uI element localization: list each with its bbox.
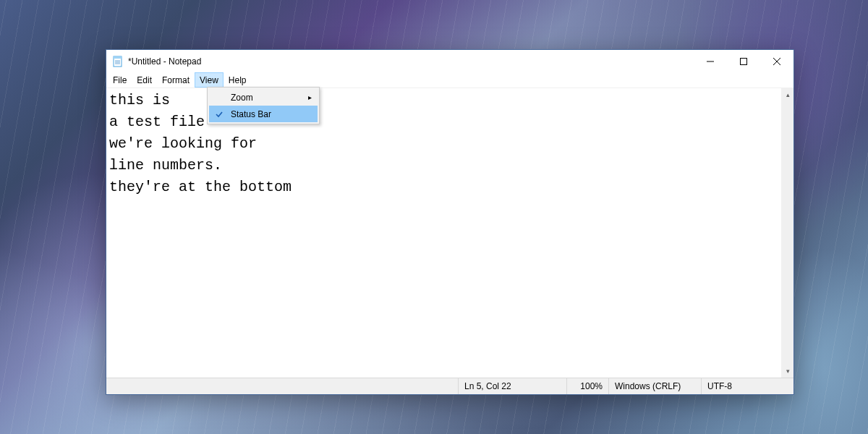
submenu-arrow-icon: ▸ — [308, 93, 312, 101]
checkmark-icon — [213, 109, 225, 120]
menu-format[interactable]: Format — [157, 72, 195, 88]
status-zoom: 100% — [566, 378, 608, 394]
menubar: File Edit Format View Help Zoom ▸ Status… — [106, 72, 793, 88]
window-title: *Untitled - Notepad — [128, 56, 201, 67]
view-dropdown: Zoom ▸ Status Bar — [207, 87, 320, 124]
view-zoom-label: Zoom — [231, 93, 253, 103]
view-zoom-item[interactable]: Zoom ▸ — [209, 89, 318, 106]
view-statusbar-label: Status Bar — [231, 109, 271, 119]
editor-area: this is a test file we're looking for li… — [106, 88, 793, 378]
maximize-button[interactable] — [727, 50, 760, 72]
status-encoding: UTF-8 — [701, 378, 793, 394]
view-statusbar-item[interactable]: Status Bar — [209, 106, 318, 122]
window-controls — [694, 50, 793, 72]
menu-help[interactable]: Help — [224, 72, 252, 88]
statusbar: Ln 5, Col 22 100% Windows (CRLF) UTF-8 — [106, 378, 793, 394]
status-line-col: Ln 5, Col 22 — [458, 378, 566, 394]
scroll-up-icon[interactable]: ▴ — [786, 88, 790, 101]
scroll-down-icon[interactable]: ▾ — [786, 365, 790, 378]
menu-edit[interactable]: Edit — [132, 72, 157, 88]
svg-rect-1 — [114, 56, 122, 59]
status-eol: Windows (CRLF) — [608, 378, 701, 394]
notepad-window: *Untitled - Notepad File Edit Format Vie… — [106, 49, 794, 395]
vertical-scrollbar[interactable]: ▴ ▾ — [781, 88, 793, 378]
menu-view[interactable]: View — [195, 72, 224, 88]
titlebar[interactable]: *Untitled - Notepad — [106, 50, 793, 72]
text-editor[interactable]: this is a test file we're looking for li… — [106, 88, 781, 378]
minimize-button[interactable] — [694, 50, 727, 72]
close-button[interactable] — [760, 50, 793, 72]
svg-rect-6 — [741, 58, 747, 64]
notepad-app-icon — [112, 56, 124, 67]
menu-file[interactable]: File — [108, 72, 132, 88]
